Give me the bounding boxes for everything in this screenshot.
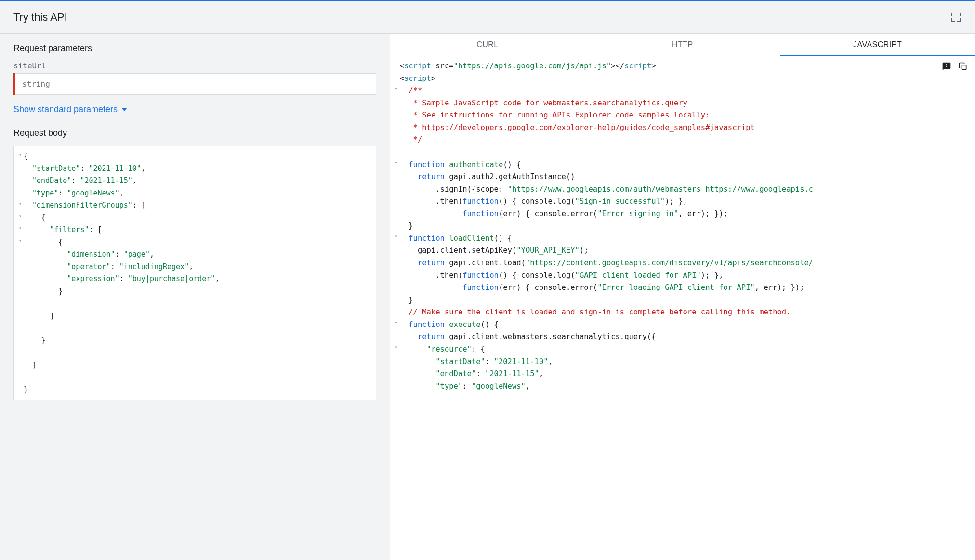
page-title: Try this API [13, 11, 67, 24]
json-startdate-val: "2021-11-10" [89, 164, 141, 173]
tab-javascript[interactable]: JAVASCRIPT [780, 34, 975, 56]
code-tabs: cURL HTTP JAVASCRIPT [390, 34, 975, 56]
tab-curl[interactable]: cURL [390, 34, 585, 56]
header: Try this API [0, 1, 975, 34]
chevron-down-icon [121, 108, 127, 111]
request-body-title: Request body [13, 128, 376, 138]
exit-fullscreen-icon[interactable] [950, 12, 962, 23]
json-dimension-val: "page" [124, 250, 150, 259]
json-type-val: "googleNews" [67, 189, 119, 197]
json-enddate-val: "2021-11-15" [80, 176, 132, 185]
feedback-icon[interactable] [940, 60, 953, 73]
svg-rect-0 [962, 65, 966, 70]
right-panel: cURL HTTP JAVASCRIPT <script src="https:… [390, 34, 975, 560]
expand-link-label: Show standard parameters [13, 104, 118, 115]
json-expression-val: "buy|purchase|order" [128, 274, 215, 283]
param-siteurl-label: siteUrl [13, 61, 376, 70]
siteurl-input[interactable] [15, 73, 376, 95]
request-parameters-title: Request parameters [13, 43, 376, 53]
json-operator-val: "includingRegex" [119, 262, 189, 271]
tab-http[interactable]: HTTP [585, 34, 780, 56]
copy-icon[interactable] [957, 60, 969, 73]
show-standard-parameters-link[interactable]: Show standard parameters [13, 104, 376, 115]
code-sample[interactable]: <script src="https://apis.google.com/js/… [390, 56, 975, 560]
request-body-editor[interactable]: ▾{ "startDate": "2021-11-10", "endDate":… [13, 146, 376, 400]
left-panel: Request parameters siteUrl Show standard… [0, 34, 390, 560]
